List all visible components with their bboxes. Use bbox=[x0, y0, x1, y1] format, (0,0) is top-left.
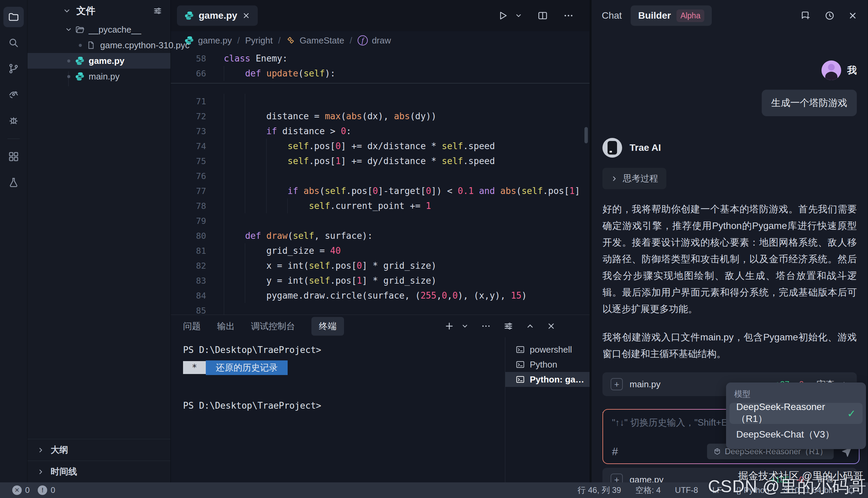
user-message-bubble: 生成一个塔防游戏 bbox=[762, 90, 857, 116]
terminal-session-Python[interactable]: Python bbox=[505, 357, 589, 372]
activity-bar bbox=[0, 0, 27, 482]
explorer-sidebar: 文件 __pycache__game.cpython-310.pycgame.p… bbox=[27, 0, 171, 482]
breadcrumb-class[interactable]: GameState bbox=[286, 35, 344, 46]
outline-section[interactable]: 大纲 bbox=[27, 439, 171, 461]
test-flask-icon[interactable] bbox=[3, 172, 24, 193]
panel-tab-输出[interactable]: 输出 bbox=[217, 320, 235, 332]
breadcrumb-method[interactable]: f draw bbox=[358, 35, 391, 46]
terminal[interactable]: PS D:\Desktop\TraeProject> * 还原的历史记录 PS … bbox=[171, 337, 505, 482]
filter-sliders-icon[interactable] bbox=[153, 6, 162, 16]
explorer-icon[interactable] bbox=[3, 7, 24, 27]
panel-tab-终端[interactable]: 终端 bbox=[311, 317, 344, 336]
code-line-84: 84 pygame.draw.circle(surface, (255,0,0)… bbox=[171, 288, 589, 303]
add-file-icon: + bbox=[611, 378, 623, 390]
timeline-section[interactable]: 时间线 bbox=[27, 461, 171, 482]
trae-ide-window: { "activity_bar": { "icons": [ {"name": … bbox=[0, 0, 868, 498]
user-avatar bbox=[822, 61, 841, 80]
split-editor-icon[interactable] bbox=[537, 10, 548, 21]
terminal-session-powershell[interactable]: powershell bbox=[505, 342, 589, 357]
new-chat-icon[interactable] bbox=[800, 10, 811, 21]
tab-chat[interactable]: Chat bbox=[602, 10, 622, 21]
panel-maximize-chevron-icon[interactable] bbox=[526, 322, 535, 330]
terminal-icon bbox=[516, 345, 525, 354]
run-dropdown-chevron-icon[interactable] bbox=[515, 12, 522, 19]
context-hash-button[interactable]: # bbox=[612, 445, 618, 458]
panel-filter-icon[interactable] bbox=[503, 321, 513, 331]
panel-more-icon[interactable] bbox=[481, 321, 491, 331]
history-marker: * bbox=[183, 361, 206, 374]
history-icon[interactable] bbox=[824, 10, 835, 21]
trae-ai-avatar bbox=[602, 138, 622, 158]
explorer-title: 文件 bbox=[77, 4, 95, 17]
eye-icon[interactable] bbox=[3, 84, 24, 105]
close-icon[interactable] bbox=[848, 11, 857, 21]
terminal-session-Python: ga…[interactable]: Python: ga… bbox=[505, 372, 589, 387]
model-option-DeepSeek-Reasoner（R1）[interactable]: DeepSeek-Reasoner（R1）✓ bbox=[730, 403, 863, 424]
terminal-prompt: PS D:\Desktop\TraeProject> bbox=[183, 342, 505, 358]
run-button[interactable] bbox=[497, 10, 508, 21]
model-dropdown: 模型 DeepSeek-Reasoner（R1）✓DeepSeek-Chat（V… bbox=[726, 382, 866, 449]
breadcrumb-file[interactable]: game.py bbox=[184, 35, 232, 46]
tab-label: game.py bbox=[199, 10, 237, 21]
code-line-75: 75 self.pos[1] += dy/distance * self.spe… bbox=[171, 154, 589, 169]
editor-tabbar: game.py bbox=[171, 0, 589, 31]
model-option-DeepSeek-Chat（V3）[interactable]: DeepSeek-Chat（V3） bbox=[730, 424, 863, 445]
close-icon[interactable] bbox=[242, 12, 250, 20]
encoding[interactable]: UTF-8 bbox=[675, 485, 698, 495]
code-line-58: 58class Enemy: bbox=[171, 51, 589, 66]
code-line-73: 73 if distance > 0: bbox=[171, 124, 589, 139]
warnings-icon: ! bbox=[38, 485, 47, 495]
terminal-sessions-list: powershellPythonPython: ga… bbox=[505, 337, 589, 482]
code-line-79: 79 bbox=[171, 213, 589, 228]
more-actions-icon[interactable] bbox=[563, 10, 574, 21]
assistant-name: Trae AI bbox=[630, 142, 661, 153]
tab-game-py[interactable]: game.py bbox=[177, 5, 258, 26]
thinking-process-toggle[interactable]: 思考过程 bbox=[602, 168, 666, 189]
terminal-dropdown-chevron-icon[interactable] bbox=[461, 323, 469, 330]
terminal-icon bbox=[516, 375, 525, 384]
code-editor[interactable]: 58class Enemy:66 def update(self): 7172 … bbox=[171, 50, 589, 315]
editor-scrollbar[interactable] bbox=[585, 127, 588, 143]
code-line-82: 82 x = int(self.pos[0] * grid_size) bbox=[171, 258, 589, 273]
file-row-__pycache__[interactable]: __pycache__ bbox=[27, 22, 171, 37]
code-line-83: 83 y = int(self.pos[1] * grid_size) bbox=[171, 273, 589, 288]
new-terminal-icon[interactable] bbox=[444, 321, 454, 331]
check-icon: ✓ bbox=[847, 408, 856, 420]
search-icon[interactable] bbox=[3, 32, 24, 53]
add-file-icon: + bbox=[611, 473, 623, 482]
file-row-game.cpython-310.pyc[interactable]: game.cpython-310.pyc bbox=[27, 37, 171, 53]
app: 文件 __pycache__game.cpython-310.pycgame.p… bbox=[0, 0, 868, 482]
outline-label: 大纲 bbox=[51, 444, 68, 456]
python-file-icon bbox=[75, 72, 84, 81]
python-file-icon bbox=[75, 56, 84, 66]
indent-setting[interactable]: 空格: 4 bbox=[636, 485, 661, 496]
file-row-main.py[interactable]: main.py bbox=[27, 69, 171, 84]
file-row-game.py[interactable]: game.py bbox=[27, 53, 171, 69]
panel-tab-调试控制台[interactable]: 调试控制台 bbox=[251, 320, 295, 332]
chevron-right-icon bbox=[37, 468, 44, 475]
explorer-header[interactable]: 文件 bbox=[27, 0, 171, 22]
panel-tabbar: 问题输出调试控制台终端 bbox=[171, 315, 589, 337]
method-symbol-icon: f bbox=[358, 35, 368, 45]
user-name: 我 bbox=[847, 64, 857, 77]
tab-builder[interactable]: Builder Alpha bbox=[631, 5, 712, 26]
cursor-position[interactable]: 行 46, 列 39 bbox=[578, 485, 621, 496]
history-text: 还原的历史记录 bbox=[206, 361, 288, 375]
breadcrumb: game.py / Pyright / GameState / f draw bbox=[171, 31, 589, 50]
code-line-80: 80 def draw(self, surface): bbox=[171, 228, 589, 243]
extensions-icon[interactable] bbox=[3, 146, 24, 167]
debug-icon[interactable] bbox=[3, 110, 24, 130]
class-symbol-icon bbox=[286, 36, 295, 45]
chevron-right-icon bbox=[37, 446, 44, 454]
panel-actions bbox=[444, 321, 589, 331]
errors-icon: ✕ bbox=[12, 485, 22, 495]
code-line-72: 72 distance = max(abs(dx), abs(dy)) bbox=[171, 109, 589, 124]
problems-status[interactable]: ✕ 0 ! 0 bbox=[12, 485, 55, 495]
terminal-history-restored: * 还原的历史记录 bbox=[183, 360, 505, 375]
assistant-paragraph: 好的，我将帮助你创建一个基本的塔防游戏。首先我们需要确定游戏引擎，推荐使用Pyt… bbox=[602, 201, 857, 317]
chevron-down-icon bbox=[63, 7, 71, 15]
source-control-icon[interactable] bbox=[3, 58, 24, 79]
breadcrumb-lsp[interactable]: Pyright bbox=[245, 35, 273, 46]
panel-close-icon[interactable] bbox=[547, 322, 556, 330]
panel-tab-问题[interactable]: 问题 bbox=[183, 320, 201, 332]
